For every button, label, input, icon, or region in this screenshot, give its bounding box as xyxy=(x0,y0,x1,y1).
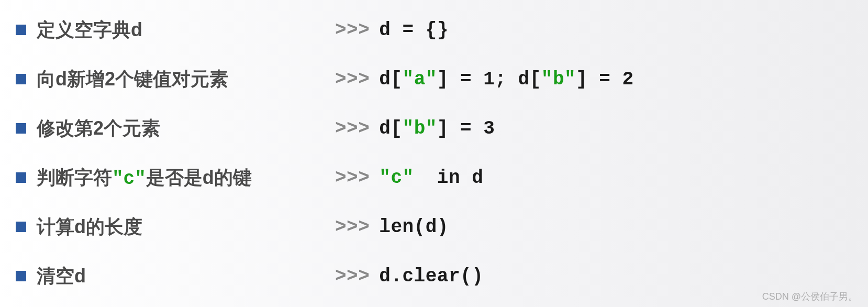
code-column: >>>"c" in d xyxy=(335,167,483,189)
description-label: 计算d的长度 xyxy=(37,214,142,240)
repl-prompt: >>> xyxy=(335,69,370,90)
label-text-pre: 向d新增2个键值对元素 xyxy=(37,68,228,90)
label-text-pre: 修改第2个元素 xyxy=(37,117,160,139)
code-token: ] = 3 xyxy=(437,118,495,139)
label-text-pre: 清空d xyxy=(37,265,86,287)
description-label: 定义空字典d xyxy=(37,17,142,43)
label-text-green: "c" xyxy=(112,168,146,190)
repl-prompt: >>> xyxy=(335,266,370,287)
code-column: >>>d["b"] = 3 xyxy=(335,118,495,139)
label-text-pre: 判断字符 xyxy=(37,167,112,188)
square-bullet-icon xyxy=(16,172,26,183)
description-column: 清空d xyxy=(16,264,335,289)
list-item: 判断字符"c"是否是d的键>>>"c" in d xyxy=(16,153,852,202)
description-column: 定义空字典d xyxy=(16,17,335,43)
list-item: 定义空字典d>>>d = {} xyxy=(16,5,852,54)
label-text-post: 是否是d的键 xyxy=(146,167,252,188)
code-token: len(d) xyxy=(379,216,449,238)
list-item: 修改第2个元素>>>d["b"] = 3 xyxy=(16,104,852,153)
square-bullet-icon xyxy=(16,74,26,84)
description-column: 计算d的长度 xyxy=(16,214,335,240)
code-token: in d xyxy=(414,167,484,189)
description-column: 判断字符"c"是否是d的键 xyxy=(16,165,335,191)
code-token: d[ xyxy=(379,118,402,139)
code-string-literal: "b" xyxy=(541,69,576,90)
description-label: 判断字符"c"是否是d的键 xyxy=(37,165,252,191)
list-item: 清空d>>>d.clear() xyxy=(16,251,852,301)
code-string-literal: "a" xyxy=(403,69,437,90)
code-token: d[ xyxy=(379,69,402,90)
description-label: 修改第2个元素 xyxy=(37,116,160,141)
description-label: 向d新增2个键值对元素 xyxy=(37,67,228,92)
label-text-pre: 定义空字典d xyxy=(37,19,142,40)
description-column: 向d新增2个键值对元素 xyxy=(16,67,335,92)
code-token: d = {} xyxy=(379,19,449,41)
list-item: 计算d的长度>>>len(d) xyxy=(16,202,852,251)
square-bullet-icon xyxy=(16,222,26,232)
slide-container: 定义空字典d>>>d = {}向d新增2个键值对元素>>>d["a"] = 1;… xyxy=(16,5,852,301)
repl-prompt: >>> xyxy=(335,19,370,41)
code-column: >>>d.clear() xyxy=(335,266,483,287)
code-string-literal: "b" xyxy=(403,118,437,139)
square-bullet-icon xyxy=(16,271,26,281)
watermark-text: CSDN @公侯伯子男。 xyxy=(762,290,858,303)
label-text-pre: 计算d的长度 xyxy=(37,216,142,237)
code-column: >>>d = {} xyxy=(335,19,449,41)
code-column: >>>d["a"] = 1; d["b"] = 2 xyxy=(335,69,634,90)
code-token: d.clear() xyxy=(379,266,483,287)
repl-prompt: >>> xyxy=(335,216,370,238)
description-label: 清空d xyxy=(37,264,86,289)
repl-prompt: >>> xyxy=(335,118,370,139)
repl-prompt: >>> xyxy=(335,167,370,189)
list-item: 向d新增2个键值对元素>>>d["a"] = 1; d["b"] = 2 xyxy=(16,54,852,104)
square-bullet-icon xyxy=(16,25,26,35)
code-token: ] = 2 xyxy=(576,69,634,90)
code-column: >>>len(d) xyxy=(335,216,449,238)
code-string-literal: "c" xyxy=(379,167,414,189)
code-token: ] = 1; d[ xyxy=(437,69,541,90)
description-column: 修改第2个元素 xyxy=(16,116,335,141)
square-bullet-icon xyxy=(16,123,26,134)
